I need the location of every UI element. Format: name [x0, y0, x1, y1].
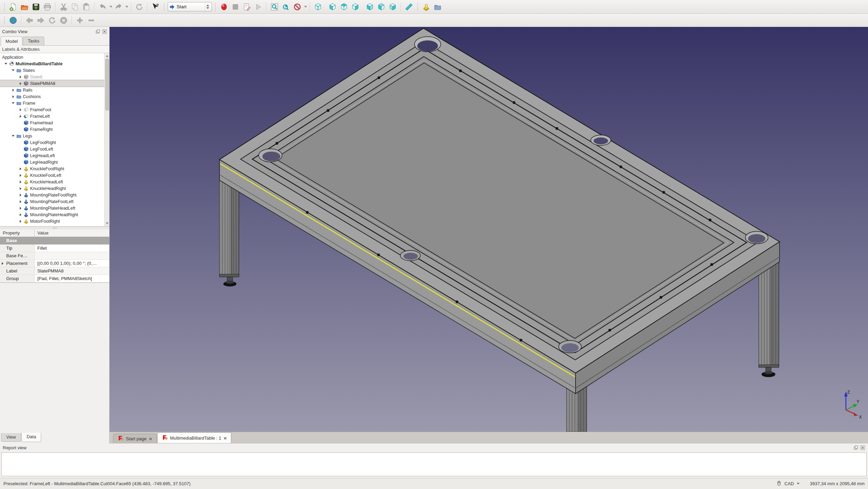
property-value[interactable]: Fillet [35, 245, 109, 252]
nav-style-label[interactable]: CAD [784, 481, 794, 486]
tree-item-MountingPlateFootRight[interactable]: MountingPlateFootRight [0, 192, 109, 198]
zoom-fit-button[interactable] [269, 2, 280, 12]
toolbar-drag-handle[interactable] [3, 16, 6, 25]
play-macro-button[interactable] [253, 2, 263, 12]
mouse-navigation-icon[interactable] [776, 481, 782, 487]
float-panel-icon[interactable] [853, 445, 859, 450]
toolbar-drag-handle[interactable] [214, 3, 217, 11]
scroll-down-icon[interactable] [106, 222, 109, 225]
tree-item-Slates[interactable]: Slates [0, 67, 109, 74]
property-value[interactable]: SlatePMMA8 [35, 267, 109, 275]
view-iso-button[interactable] [313, 2, 323, 12]
property-row-Tip[interactable]: TipFillet [0, 245, 109, 252]
tab-view[interactable]: View [1, 433, 21, 442]
record-macro-button[interactable] [219, 2, 229, 12]
close-panel-icon[interactable] [860, 445, 865, 450]
tree-item-MountingPlateHeadLeft[interactable]: MountingPlateHeadLeft [0, 205, 109, 211]
stop-macro-button[interactable] [230, 2, 241, 12]
zoom-sel-button[interactable] [281, 2, 291, 12]
toolbar-drag-handle[interactable] [3, 3, 6, 11]
tree-item-Cushions[interactable]: Cushions [0, 93, 109, 100]
tree-item-SlatePMMA8[interactable]: SlatePMMA8 [0, 80, 109, 87]
property-row-Group[interactable]: Group[Pad, Fillet, PMMA8Sketch] [0, 275, 109, 282]
chevron-collapsed-icon[interactable] [11, 89, 15, 92]
view-left-button[interactable] [388, 2, 398, 12]
refresh-button[interactable] [134, 2, 144, 12]
chevron-down-icon[interactable] [304, 6, 307, 8]
dock-splitter[interactable] [0, 227, 109, 229]
chevron-collapsed-icon[interactable] [19, 174, 22, 177]
tree-item-Frame[interactable]: Frame [0, 100, 109, 106]
tree-item-FrameLeft[interactable]: FrameLeft [0, 113, 109, 119]
tree-item-FrameRight[interactable]: FrameRight [0, 126, 109, 133]
measure-button[interactable] [404, 2, 414, 12]
tree-item-MotorFootRight[interactable]: MotorFootRight [0, 218, 109, 224]
chevron-expanded-icon[interactable] [11, 69, 15, 71]
chevron-expanded-icon[interactable] [11, 102, 15, 104]
draw-style-button[interactable] [292, 2, 302, 12]
property-row-BaseFe[interactable]: Base Fe… [0, 252, 109, 260]
chevron-collapsed-icon[interactable] [19, 200, 22, 203]
cut-button[interactable] [58, 2, 69, 12]
chevron-down-icon[interactable] [110, 6, 112, 8]
redo-button[interactable] [113, 2, 124, 12]
view-front-button[interactable] [327, 2, 338, 12]
chevron-down-icon[interactable] [125, 6, 128, 8]
chevron-down-icon[interactable] [797, 483, 800, 485]
tree-item-Legs[interactable]: Legs [0, 133, 109, 139]
chevron-collapsed-icon[interactable] [19, 220, 22, 223]
view-right-button[interactable] [350, 2, 361, 12]
chevron-collapsed-icon[interactable] [19, 194, 22, 196]
nav-forward-button[interactable] [36, 15, 46, 26]
chevron-collapsed-icon[interactable] [19, 82, 22, 85]
3d-viewport[interactable]: Z Y X [110, 27, 868, 432]
workbench-selector[interactable]: Start [168, 2, 212, 11]
nav-stop-button[interactable] [58, 15, 69, 26]
print-button[interactable] [42, 2, 53, 12]
close-icon[interactable]: × [224, 435, 227, 441]
view-top-button[interactable] [339, 2, 349, 12]
open-folder-button[interactable] [19, 2, 30, 12]
tab-document[interactable]: MultimediaBillardTable : 1 × [157, 432, 231, 443]
property-value[interactable]: [Pad, Fillet, PMMA8Sketch] [35, 275, 109, 282]
dock-folder-button[interactable] [432, 2, 443, 12]
toolbar-drag-handle[interactable] [416, 3, 419, 11]
chevron-expanded-icon[interactable] [11, 135, 15, 137]
tree-item-KnuckleHeadRight[interactable]: KnuckleHeadRight [0, 185, 109, 192]
zoom-minus-button[interactable] [86, 15, 96, 26]
scrollbar-thumb[interactable] [105, 59, 109, 111]
paste-button[interactable] [81, 2, 92, 12]
scroll-up-icon[interactable] [106, 54, 109, 57]
tree-item-KnuckleFootLeft[interactable]: KnuckleFootLeft [0, 172, 109, 179]
chevron-collapsed-icon[interactable] [19, 108, 22, 111]
close-panel-icon[interactable] [102, 29, 107, 34]
tree-item-MountingPlateFootLeft[interactable]: MountingPlateFootLeft [0, 198, 109, 205]
tree-item-Rails[interactable]: Rails [0, 87, 109, 93]
view-rear-button[interactable] [365, 2, 375, 12]
chevron-expanded-icon[interactable] [4, 63, 8, 65]
property-value[interactable] [35, 252, 109, 259]
copy-button[interactable] [70, 2, 80, 12]
tree-item-LegHeadRight[interactable]: LegHeadRight [0, 159, 109, 165]
new-document-button[interactable] [8, 2, 18, 12]
tree-item-FrameHead[interactable]: FrameHead [0, 119, 109, 126]
undo-button[interactable] [97, 2, 108, 12]
tree-item-LegHeadLeft[interactable]: LegHeadLeft [0, 152, 109, 159]
whats-this-button[interactable]: ? [150, 2, 161, 12]
zoom-plus-button[interactable] [75, 15, 85, 26]
close-icon[interactable]: × [149, 436, 152, 441]
property-row-Placement[interactable]: Placement[(0,00 0,00 1,00); 0,00 °; (0,… [0, 260, 109, 267]
chevron-collapsed-icon[interactable] [2, 262, 3, 265]
tree-item-LegFootRight[interactable]: LegFootRight [0, 139, 109, 146]
chevron-collapsed-icon[interactable] [11, 95, 15, 98]
tree-item-KnuckleHeadLeft[interactable]: KnuckleHeadLeft [0, 179, 109, 185]
chevron-collapsed-icon[interactable] [19, 187, 22, 190]
nav-refresh-button[interactable] [47, 15, 57, 26]
chevron-collapsed-icon[interactable] [19, 167, 22, 170]
chevron-collapsed-icon[interactable] [19, 115, 22, 118]
property-value[interactable]: [(0,00 0,00 1,00); 0,00 °; (0,… [35, 260, 109, 267]
tree-item-MultimediaBillardTable[interactable]: MultimediaBillardTable [0, 60, 109, 67]
float-panel-icon[interactable] [95, 29, 101, 34]
property-row-Label[interactable]: LabelSlatePMMA8 [0, 267, 109, 275]
tab-start-page[interactable]: Start page × [113, 434, 157, 443]
